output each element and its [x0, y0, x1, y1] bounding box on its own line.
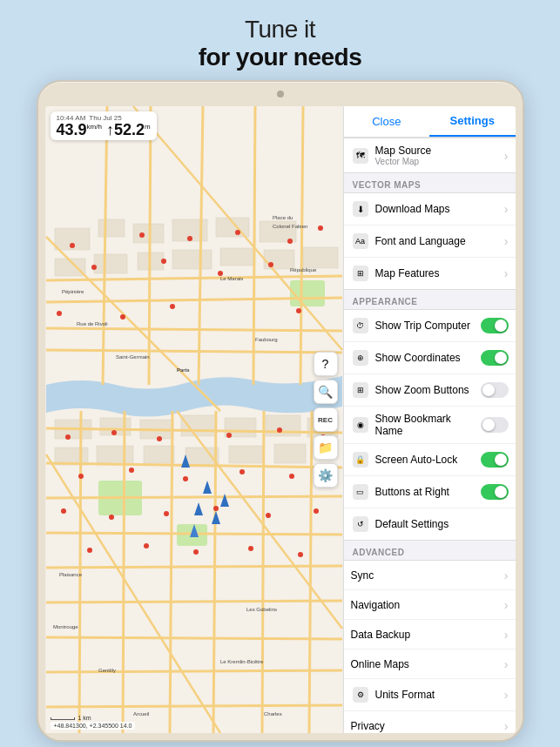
map-scale: 1 km — [51, 715, 91, 721]
folder-button[interactable]: 📁 — [314, 435, 338, 460]
svg-point-85 — [164, 511, 169, 516]
svg-point-92 — [248, 546, 253, 551]
svg-rect-13 — [172, 250, 212, 269]
svg-text:Pépinière: Pépinière — [62, 289, 84, 294]
svg-text:Arcueil: Arcueil — [133, 711, 149, 717]
advanced-group: Sync › Navigation › Data Backup › Online… — [344, 560, 516, 733]
buttons-at-right-item[interactable]: ▭ Buttons at Right — [344, 476, 516, 508]
auto-lock-icon: 🔒 — [351, 450, 370, 469]
show-bookmark-name-item[interactable]: ◉ Show Bookmark Name — [344, 407, 516, 444]
privacy-item[interactable]: Privacy › — [344, 711, 516, 733]
map-source-item[interactable]: 🗺 Map Source Vector Map › — [344, 138, 516, 172]
bookmark-name-icon: ◉ — [351, 415, 370, 434]
svg-point-80 — [183, 476, 188, 481]
bookmark-name-toggle[interactable] — [481, 417, 509, 433]
svg-point-58 — [70, 243, 75, 248]
online-maps-chevron: › — [504, 657, 509, 671]
speed-value: 43.9km/h ↑52.2m — [57, 122, 151, 138]
buttons-right-toggle[interactable] — [481, 484, 509, 500]
page-header: Tune it for your needs — [199, 0, 361, 80]
sync-item[interactable]: Sync › — [344, 561, 516, 590]
download-maps-item[interactable]: ⬇ Download Maps › — [344, 193, 516, 225]
svg-point-91 — [193, 549, 199, 555]
svg-text:Faubourg: Faubourg — [255, 337, 278, 342]
svg-point-59 — [139, 232, 145, 238]
map-features-icon: ⊞ — [351, 264, 370, 283]
svg-text:Saint-Germain: Saint-Germain — [116, 354, 150, 360]
map-features-item[interactable]: ⊞ Map Features › — [344, 258, 516, 289]
map-source-text: Map Source Vector Map — [375, 145, 501, 166]
map-features-chevron: › — [504, 266, 509, 280]
svg-point-78 — [78, 474, 84, 479]
show-coordinates-item[interactable]: ⊕ Show Coordinates — [344, 342, 516, 374]
auto-lock-toggle[interactable] — [481, 452, 509, 468]
svg-text:Rue de Rivoli: Rue de Rivoli — [77, 321, 108, 326]
sync-chevron: › — [504, 569, 509, 582]
data-backup-chevron: › — [504, 628, 509, 642]
svg-point-69 — [120, 314, 125, 320]
svg-point-75 — [226, 433, 232, 438]
navigation-chevron: › — [504, 598, 509, 612]
device-frame: Paris Le Marais Saint-Germain Faubourg P… — [37, 80, 524, 742]
zoom-buttons-icon: ⊞ — [351, 380, 370, 400]
gear-button[interactable]: ⚙️ — [314, 463, 338, 488]
svg-point-65 — [161, 259, 166, 264]
svg-point-61 — [235, 230, 240, 235]
svg-text:Gentilly: Gentilly — [98, 668, 116, 673]
map-source-chevron: › — [504, 149, 509, 163]
map-area: Paris Le Marais Saint-Germain Faubourg P… — [45, 106, 343, 733]
svg-point-93 — [298, 552, 303, 557]
svg-line-47 — [46, 705, 342, 707]
font-language-item[interactable]: Aa Font and Language › — [344, 225, 516, 258]
default-settings-item[interactable]: ↺ Default Settings — [344, 508, 516, 540]
map-source-icon: 🗺 — [351, 146, 370, 165]
font-language-icon: Aa — [351, 232, 370, 251]
svg-point-90 — [144, 543, 149, 548]
units-format-item[interactable]: ⚙ Units Format › — [344, 679, 516, 711]
svg-point-64 — [91, 265, 97, 270]
navigation-item[interactable]: Navigation › — [344, 590, 516, 620]
section-appearance: APPEARANCE — [344, 290, 516, 309]
rec-button[interactable]: REC — [314, 407, 338, 432]
info-button[interactable]: ? — [314, 352, 338, 376]
coordinates-icon: ⊕ — [351, 348, 370, 367]
svg-text:Paris: Paris — [177, 367, 190, 373]
online-maps-item[interactable]: Online Maps › — [344, 649, 516, 679]
svg-text:République: République — [290, 267, 317, 273]
search-button[interactable]: 🔍 — [314, 380, 338, 404]
header-line1: Tune it — [199, 16, 361, 44]
svg-line-45 — [46, 637, 342, 639]
svg-text:Plaisance: Plaisance — [59, 572, 83, 577]
svg-text:Le Marais: Le Marais — [220, 276, 243, 281]
svg-rect-11 — [94, 254, 127, 273]
trip-computer-toggle[interactable] — [481, 318, 509, 333]
section-vector-maps: VECTOR MAPS — [344, 173, 516, 192]
screen-auto-lock-item[interactable]: 🔒 Screen Auto-Lock — [344, 444, 516, 476]
svg-rect-15 — [264, 250, 294, 269]
svg-point-72 — [65, 434, 71, 440]
settings-panel: Close Settings 🗺 Map Source Vector Map › — [343, 106, 516, 733]
show-trip-computer-item[interactable]: ⏱ Show Trip Computer — [344, 310, 516, 342]
svg-point-76 — [277, 427, 282, 433]
map-source-group: 🗺 Map Source Vector Map › — [344, 138, 516, 173]
svg-text:Place du: Place du — [273, 215, 293, 220]
svg-rect-14 — [220, 248, 253, 266]
svg-rect-16 — [303, 247, 338, 268]
data-backup-item[interactable]: Data Backup › — [344, 620, 516, 649]
svg-point-82 — [289, 474, 294, 479]
svg-point-62 — [287, 239, 293, 244]
svg-point-66 — [268, 262, 273, 267]
close-button[interactable]: Close — [344, 106, 430, 137]
zoom-buttons-toggle[interactable] — [481, 382, 509, 398]
units-chevron: › — [504, 688, 509, 702]
download-maps-chevron: › — [504, 202, 509, 216]
coordinates-toggle[interactable] — [481, 350, 509, 366]
svg-point-74 — [157, 436, 162, 441]
show-zoom-buttons-item[interactable]: ⊞ Show Zoom Buttons — [344, 374, 516, 407]
svg-text:Montrouge: Montrouge — [53, 624, 78, 629]
svg-point-88 — [314, 508, 319, 514]
settings-tab[interactable]: Settings — [429, 106, 516, 137]
svg-text:Charles: Charles — [264, 711, 282, 717]
svg-point-83 — [61, 508, 66, 514]
buttons-right-icon: ▭ — [351, 482, 370, 501]
